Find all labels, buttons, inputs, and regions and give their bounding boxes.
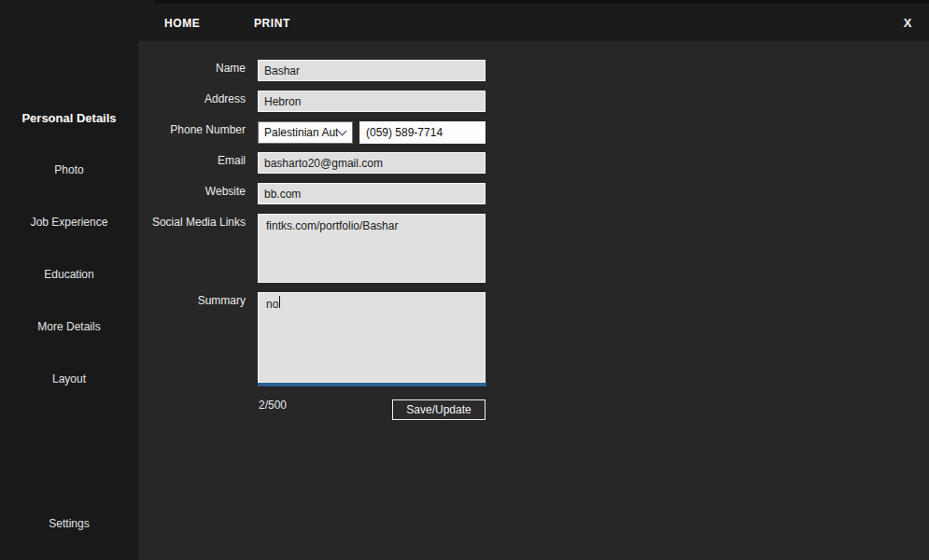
country-code-select[interactable]: Palestinian Aut [258, 121, 353, 144]
close-icon[interactable]: X [898, 16, 917, 30]
phone-number-label: Phone Number [131, 123, 246, 136]
summary-textarea[interactable]: no [258, 292, 486, 383]
sidebar-item-more-details[interactable]: More Details [0, 320, 138, 333]
top-menu-bar: HOME PRINT X [0, 0, 929, 41]
social-media-links-label: Social Media Links [131, 216, 246, 229]
sidebar: Personal Details Photo Job Experience Ed… [0, 41, 138, 560]
app-window: HOME PRINT X Personal Details Photo Job … [0, 0, 929, 560]
website-input[interactable] [258, 183, 486, 204]
chevron-down-icon [338, 126, 347, 135]
window-top-edge [154, 0, 929, 4]
phone-number-input[interactable] [359, 121, 486, 144]
menu-home[interactable]: HOME [164, 17, 200, 30]
country-code-selected-value: Palestinian Aut [264, 126, 338, 139]
summary-char-counter: 2/500 [259, 399, 287, 412]
summary-label: Summary [131, 294, 246, 307]
sidebar-item-personal-details[interactable]: Personal Details [0, 111, 138, 125]
save-update-button[interactable]: Save/Update [392, 399, 486, 420]
name-label: Name [131, 62, 246, 75]
address-label: Address [131, 92, 246, 105]
sidebar-item-job-experience[interactable]: Job Experience [0, 216, 138, 229]
sidebar-item-photo[interactable]: Photo [0, 163, 138, 176]
email-input[interactable] [258, 152, 486, 174]
sidebar-item-settings[interactable]: Settings [0, 517, 138, 530]
sidebar-item-education[interactable]: Education [0, 268, 138, 281]
address-input[interactable] [258, 91, 486, 112]
summary-focus-underline [258, 383, 486, 386]
text-cursor [279, 296, 280, 308]
menu-print[interactable]: PRINT [254, 17, 290, 30]
social-media-links-textarea[interactable]: fintks.com/portfolio/Bashar [258, 214, 486, 283]
sidebar-item-layout[interactable]: Layout [0, 372, 138, 385]
website-label: Website [131, 185, 246, 198]
name-input[interactable] [258, 60, 486, 81]
email-label: Email [131, 154, 246, 167]
